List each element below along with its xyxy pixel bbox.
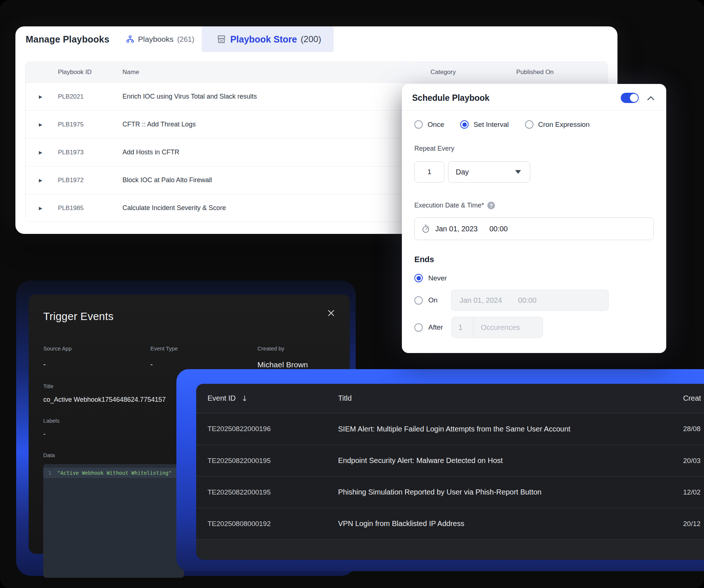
col-playbook-id: Playbook ID [58,69,122,76]
tab-playbooks-count: (261) [177,35,194,44]
store-icon [216,34,227,44]
col-created[interactable]: Creat [683,394,704,403]
schedule-playbook-card: Schedule Playbook Once Set Interval [402,84,666,353]
event-title: Phishing Simulation Reported by User via… [338,488,683,496]
event-date: 20/03 [683,457,704,465]
schedule-mode-options: Once Set Interval Cron Expression [414,120,654,129]
ends-after-placeholder: Occurences [473,317,520,338]
col-name: Name [122,69,430,76]
app-background: Manage Playbooks Playbooks (261) [0,0,704,588]
execution-time: 00:00 [489,225,508,233]
expand-caret-icon[interactable]: ▶ [26,122,58,127]
playbook-id: PLB1985 [58,205,122,212]
col-event-id[interactable]: Event ID ↓ [208,394,338,403]
tab-playbooks-label: Playbooks [138,35,173,44]
sort-descending-icon[interactable]: ↓ [242,394,248,403]
repeat-count-input[interactable]: 1 [414,161,444,183]
source-app-field: Source App - [43,345,150,369]
repeat-every-label: Repeat Every [414,145,654,152]
ends-after-count: 1 [452,323,473,332]
event-row[interactable]: TE20250822000195 Phishing Simulation Rep… [196,476,704,508]
radio-once-circle[interactable] [414,120,423,129]
stopwatch-icon [421,224,430,233]
radio-cron-expression[interactable]: Cron Expression [525,120,590,129]
ends-option-after[interactable]: After 1 Occurences [414,317,654,338]
event-date: 20/12 [683,520,704,528]
col-published-on: Published On [509,69,608,76]
playbook-name: CFTR :: Add Threat Logs [122,121,430,128]
ends-on-date: Jan 01, 2024 [459,296,502,305]
code-string: "Active Webhook Without Whitelisting" [57,470,172,476]
event-row[interactable]: TE20250822000195 Endpoint Security Alert… [196,445,704,476]
data-code-editor[interactable]: 1 "Active Webhook Without Whitelisting" [43,464,184,578]
events-table-footer [196,539,704,560]
execution-date: Jan 01, 2023 [435,225,478,233]
expand-caret-icon[interactable]: ▶ [26,178,58,183]
execution-datetime-label: Execution Date & Time* [414,202,484,209]
playbook-name: Add Hosts in CFTR [122,148,430,156]
radio-after-circle[interactable] [414,323,423,332]
schedule-header: Schedule Playbook [402,84,666,111]
playbook-name: Block IOC at Palo Alto Firewall [122,176,430,184]
ends-option-never[interactable]: Never [414,274,654,282]
radio-set-interval-circle[interactable] [460,120,469,129]
events-table-header: Event ID ↓ Titld Creat [196,384,704,413]
radio-cron-circle[interactable] [525,120,534,129]
expand-caret-icon[interactable]: ▶ [26,150,58,155]
ends-option-on[interactable]: On Jan 01, 2024 00:00 [414,290,654,311]
radio-set-interval[interactable]: Set Interval [460,120,509,129]
radio-never-circle[interactable] [414,274,423,282]
event-type-field: Event Type - [150,345,257,369]
tab-playbooks[interactable]: Playbooks (261) [126,26,194,52]
toggle-knob [629,93,639,103]
playbooks-header: Manage Playbooks Playbooks (261) [15,26,617,52]
col-category: Category [430,69,509,76]
execution-datetime-field[interactable]: Jan 01, 2023 00:00 [414,217,654,240]
trigger-events-title: Trigger Events [43,310,114,323]
event-date: 12/02 [683,488,704,496]
playbook-name: Enrich IOC using Virus Total and Slack r… [122,93,430,100]
event-id: TE20250822000196 [208,425,338,433]
select-caret-icon [515,170,521,174]
event-title: VPN Login from Blacklisted IP Address [338,519,683,528]
expand-caret-icon[interactable]: ▶ [26,206,58,210]
line-number: 1 [43,470,57,476]
col-title[interactable]: Titld [338,394,683,403]
event-id: TE20250808000192 [208,520,338,528]
ends-on-datetime-field[interactable]: Jan 01, 2024 00:00 [451,290,609,311]
event-title: Endpoint Security Alert: Malware Detecte… [338,456,683,465]
trigger-events-table-card: Event ID ↓ Titld Creat TE20250822000196 … [196,384,704,560]
ends-on-time: 00:00 [518,296,536,305]
radio-once[interactable]: Once [414,120,444,129]
event-row[interactable]: TE20250822000196 SIEM Alert: Multiple Fa… [196,413,704,445]
playbook-name: Calculate Incident Severity & Score [122,204,430,212]
code-line: 1 "Active Webhook Without Whitelisting" [43,468,184,478]
schedule-toggle[interactable] [621,93,638,103]
repeat-unit-select[interactable]: Day [448,161,530,183]
event-row[interactable]: TE20250808000192 VPN Login from Blacklis… [196,508,704,539]
page-title: Manage Playbooks [15,34,109,45]
events-table-body: TE20250822000196 SIEM Alert: Multiple Fa… [196,413,704,539]
tab-playbook-store-count: (200) [301,34,321,44]
chevron-up-icon[interactable] [646,95,655,101]
event-title: SIEM Alert: Multiple Failed Login Attemp… [338,425,683,433]
schedule-title: Schedule Playbook [412,93,489,103]
created-by-field: Created by Michael Brown [257,345,335,369]
event-date: 28/08 [683,425,704,433]
playbook-id: PLB2021 [58,93,122,100]
close-icon[interactable] [327,309,335,317]
ends-label: Ends [414,255,654,264]
playbook-id: PLB1973 [58,149,122,156]
event-id: TE20250822000195 [208,457,338,465]
tab-playbook-store[interactable]: Playbook Store (200) [202,26,334,52]
playbook-id: PLB1975 [58,121,122,128]
radio-on-circle[interactable] [414,296,423,305]
playbook-id: PLB1972 [58,177,122,184]
expand-caret-icon[interactable]: ▶ [26,95,58,99]
ends-after-occurrences-field[interactable]: 1 Occurences [451,317,543,338]
playbooks-table-header: Playbook ID Name Category Published On [26,62,607,82]
event-id: TE20250822000195 [208,488,338,496]
tab-playbook-store-label: Playbook Store [230,34,297,45]
help-icon[interactable]: ? [487,202,495,209]
hierarchy-icon [126,35,134,43]
